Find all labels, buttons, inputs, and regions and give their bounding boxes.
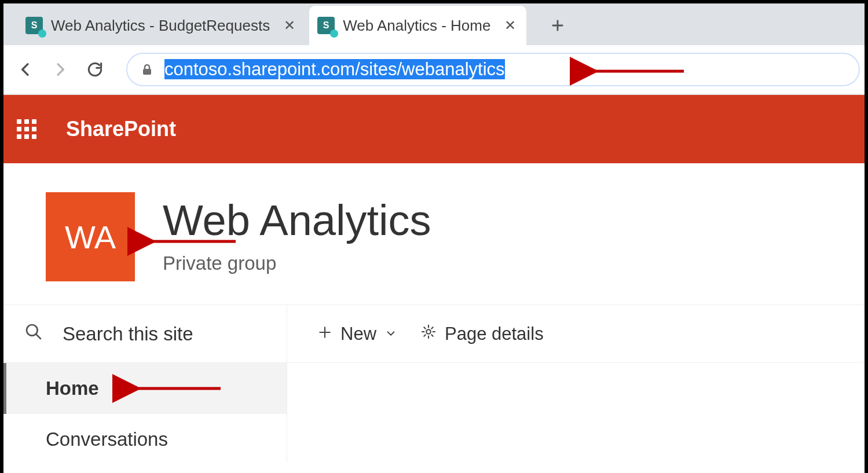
annotation-arrow-url: [583, 63, 687, 82]
app-launcher-button[interactable]: [3, 119, 50, 139]
site-header: WA Web Analytics Private group: [3, 163, 865, 305]
tab-title: Web Analytics - Home: [343, 17, 490, 35]
back-button[interactable]: [8, 52, 43, 87]
page-details-label: Page details: [445, 324, 544, 344]
search-icon: [24, 322, 43, 346]
browser-tab-active[interactable]: Web Analytics - Home ✕: [309, 6, 526, 45]
svg-rect-0: [143, 69, 151, 75]
sharepoint-icon: [317, 17, 335, 34]
site-subtitle: Private group: [163, 252, 431, 274]
close-icon[interactable]: ✕: [284, 17, 295, 34]
svg-line-4: [36, 334, 41, 339]
nav-item-label: Home: [46, 377, 99, 399]
browser-toolbar: contoso.sharepoint.com/sites/webanalytic…: [3, 45, 865, 95]
main-area: Search this site Home Conversations New: [3, 305, 865, 462]
suite-header: SharePoint: [3, 95, 865, 163]
forward-button[interactable]: [43, 52, 78, 87]
address-bar[interactable]: contoso.sharepoint.com/sites/webanalytic…: [126, 53, 860, 86]
nav-item-label: Conversations: [46, 428, 168, 450]
chevron-down-icon: [384, 324, 397, 344]
tab-title: Web Analytics - BudgetRequests: [51, 17, 270, 35]
search-placeholder: Search this site: [63, 323, 193, 345]
left-nav-item-home[interactable]: Home: [3, 363, 287, 414]
suite-app-name: SharePoint: [66, 117, 176, 141]
annotation-arrow-logo: [140, 233, 239, 252]
browser-tabstrip: Web Analytics - BudgetRequests ✕ Web Ana…: [3, 3, 865, 45]
reload-button[interactable]: [78, 52, 112, 87]
annotation-arrow-home: [125, 380, 224, 402]
browser-tab-inactive[interactable]: Web Analytics - BudgetRequests ✕: [17, 6, 306, 45]
plus-icon: [317, 324, 332, 344]
content-area: New Page details: [287, 305, 865, 462]
sharepoint-icon: [25, 17, 43, 34]
svg-point-6: [426, 329, 430, 333]
gear-icon: [420, 324, 437, 344]
new-button-label: New: [340, 324, 376, 344]
waffle-icon: [17, 119, 36, 139]
page-details-button[interactable]: Page details: [420, 324, 544, 344]
url-text: contoso.sharepoint.com/sites/webanalytic…: [164, 59, 505, 80]
command-bar: New Page details: [287, 305, 865, 363]
lock-icon: [139, 61, 155, 78]
new-tab-button[interactable]: [544, 12, 572, 39]
left-nav: Search this site Home Conversations: [3, 305, 287, 462]
new-button[interactable]: New: [317, 324, 397, 344]
site-search[interactable]: Search this site: [3, 305, 287, 363]
site-logo[interactable]: WA: [46, 192, 135, 281]
close-icon[interactable]: ✕: [504, 17, 516, 34]
left-nav-item-conversations[interactable]: Conversations: [3, 414, 287, 465]
url-selected: contoso.sharepoint.com/sites/webanalytic…: [164, 59, 505, 79]
